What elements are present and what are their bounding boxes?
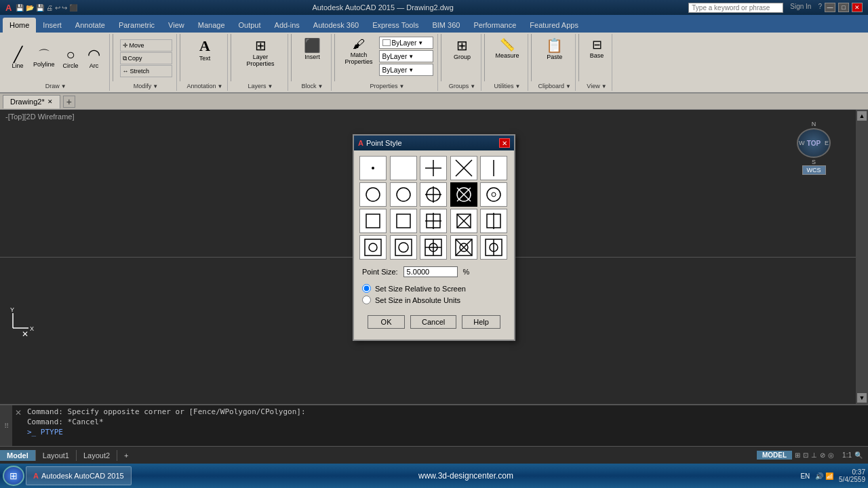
maximize-button[interactable]: □ — [838, 3, 849, 12]
polyline-button[interactable]: ⌒ Polyline — [30, 47, 58, 70]
annotation-expand-icon[interactable]: ▼ — [218, 83, 223, 89]
group-button[interactable]: ⊞ Group — [450, 35, 474, 62]
point-style-square-x[interactable] — [450, 209, 477, 233]
ortho-icon[interactable]: ⊥ — [811, 451, 817, 459]
taskbar-app-icon[interactable]: A Autodesk AutoCAD 2015 — [26, 466, 132, 485]
doc-tab-drawing2[interactable]: Drawing2* ✕ — [3, 95, 60, 108]
grid-icon[interactable]: ⊞ — [795, 451, 800, 459]
match-properties-button[interactable]: 🖌 MatchProperties — [342, 35, 376, 67]
dialog-close-button[interactable]: ✕ — [499, 138, 510, 148]
new-tab-button[interactable]: + — [63, 96, 75, 108]
radio-relative[interactable] — [362, 284, 371, 293]
cmdline-prompt[interactable]: >_ PTYPE — [27, 428, 865, 436]
tab-performance[interactable]: Performance — [467, 18, 523, 33]
point-style-square2[interactable] — [390, 209, 417, 233]
layers-expand-icon[interactable]: ▼ — [268, 83, 273, 89]
point-size-input[interactable] — [403, 266, 458, 277]
zoom-icon[interactable]: 🔍 — [854, 451, 863, 459]
tab-a360[interactable]: Autodesk 360 — [307, 18, 366, 33]
help-icon[interactable]: ? — [818, 3, 822, 13]
measure-button[interactable]: 📏 Measure — [492, 35, 523, 61]
sign-in-link[interactable]: Sign In — [790, 3, 811, 13]
polar-icon[interactable]: ⊘ — [820, 451, 825, 459]
point-style-blank[interactable] — [390, 156, 417, 180]
doc-tab-close-icon[interactable]: ✕ — [47, 98, 53, 105]
move-button[interactable]: ✛ Move — [120, 39, 172, 52]
start-button[interactable]: ⊞ — [3, 466, 24, 486]
ribbon-group-utilities: 📏 Measure Utilities ▼ — [488, 34, 528, 91]
point-style-outer-x[interactable] — [450, 235, 477, 260]
point-style-x[interactable] — [450, 156, 477, 180]
draw-expand-icon[interactable]: ▼ — [61, 83, 66, 89]
view-base-button[interactable]: ⊟ Base — [586, 35, 608, 61]
point-style-vline[interactable] — [480, 156, 507, 180]
tab-view[interactable]: View — [161, 18, 191, 33]
point-style-outer-vline[interactable] — [480, 235, 507, 260]
cancel-button[interactable]: Cancel — [410, 315, 456, 329]
point-style-square-plus[interactable] — [420, 209, 447, 233]
radio-absolute[interactable] — [362, 296, 371, 304]
layer-properties-button[interactable]: ⊞ LayerProperties — [243, 35, 278, 69]
tab-output[interactable]: Output — [232, 18, 268, 33]
model-tab[interactable]: Model — [0, 450, 35, 461]
modify-expand-icon[interactable]: ▼ — [153, 83, 158, 89]
vertical-scrollbar[interactable]: ▲ ▼ — [856, 110, 868, 404]
arc-button[interactable]: ◠ Arc — [83, 45, 105, 71]
search-input[interactable] — [688, 3, 783, 13]
point-style-square[interactable] — [359, 209, 387, 233]
groups-expand-icon[interactable]: ▼ — [470, 83, 475, 89]
tab-featured[interactable]: Featured Apps — [523, 18, 585, 33]
ok-button[interactable]: OK — [368, 315, 405, 329]
point-style-dialog: A Point Style ✕ — [353, 134, 515, 341]
lineweight-dropdown[interactable]: ByLayer ▼ — [379, 64, 433, 76]
tab-addins[interactable]: Add-ins — [268, 18, 307, 33]
point-style-circle2[interactable] — [390, 182, 417, 207]
point-style-circle-plus[interactable] — [420, 182, 447, 207]
layout2-tab[interactable]: Layout2 — [76, 450, 117, 461]
block-expand-icon[interactable]: ▼ — [318, 83, 323, 89]
move-icon: ✛ — [123, 42, 128, 49]
tab-home[interactable]: Home — [3, 18, 36, 33]
scroll-up-btn[interactable]: ▲ — [857, 111, 867, 121]
color-dropdown[interactable]: ByLayer ▼ — [379, 37, 433, 49]
properties-expand-icon[interactable]: ▼ — [399, 83, 405, 89]
point-style-outer-plus[interactable] — [420, 235, 447, 260]
line-button[interactable]: ╱ Line — [7, 45, 28, 71]
tab-express[interactable]: Express Tools — [366, 18, 425, 33]
point-style-plus[interactable] — [420, 156, 447, 180]
view-expand-icon[interactable]: ▼ — [601, 83, 607, 89]
text-button[interactable]: A Text — [194, 35, 216, 64]
copy-button[interactable]: ⧉ Copy — [120, 52, 172, 64]
cmdline-close-icon[interactable]: ✕ — [15, 408, 22, 418]
circle-button[interactable]: ○ Circle — [60, 45, 82, 71]
tab-manage[interactable]: Manage — [191, 18, 232, 33]
utilities-expand-icon[interactable]: ▼ — [515, 83, 521, 89]
cmdline-resize-handle[interactable]: ⠿ — [0, 405, 12, 446]
osnap-icon[interactable]: ◎ — [828, 451, 834, 459]
point-style-outer-square2[interactable] — [390, 235, 417, 260]
clipboard-expand-icon[interactable]: ▼ — [566, 83, 571, 89]
point-style-dot[interactable] — [359, 156, 387, 180]
tab-bim360[interactable]: BIM 360 — [425, 18, 467, 33]
point-style-circle-x[interactable] — [450, 182, 477, 207]
tab-insert[interactable]: Insert — [36, 18, 68, 33]
layout1-tab[interactable]: Layout1 — [35, 450, 76, 461]
point-style-circle[interactable] — [359, 182, 387, 207]
snap-icon[interactable]: ⊡ — [803, 451, 808, 459]
insert-button[interactable]: ⬛ Insert — [300, 35, 324, 62]
minimize-button[interactable]: — — [825, 3, 835, 12]
point-style-square-line[interactable] — [480, 209, 507, 233]
paste-button[interactable]: 📋 Paste — [542, 35, 566, 62]
tab-parametric[interactable]: Parametric — [112, 18, 161, 33]
block-group-label: Block ▼ — [302, 81, 323, 89]
close-button[interactable]: ✕ — [852, 3, 863, 12]
stretch-button[interactable]: ↔ Stretch — [120, 65, 172, 77]
tab-annotate[interactable]: Annotate — [68, 18, 112, 33]
point-style-circle-dot[interactable] — [480, 182, 507, 207]
point-style-outer-square[interactable] — [359, 235, 387, 260]
new-layout-btn[interactable]: + — [117, 450, 135, 461]
linetype-dropdown[interactable]: ByLayer ▼ — [379, 50, 433, 62]
scroll-down-btn[interactable]: ▼ — [857, 393, 867, 403]
canvas-wrapper[interactable]: -[Top][2D Wireframe] Y X ✕ N W TOP — [0, 110, 868, 404]
help-button[interactable]: Help — [462, 315, 500, 329]
